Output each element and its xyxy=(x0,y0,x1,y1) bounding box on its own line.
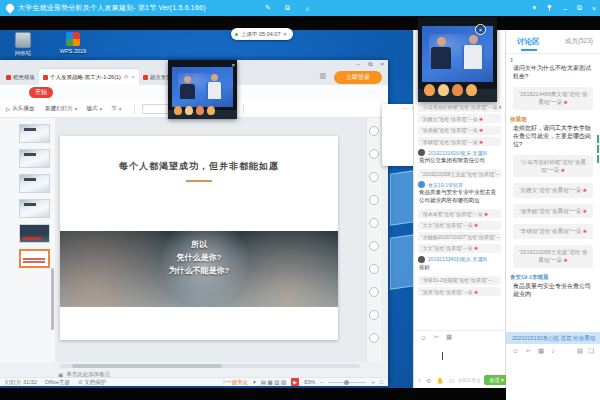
fullscreen-icon[interactable]: □ xyxy=(380,379,383,385)
side-tool-icon[interactable] xyxy=(369,126,379,136)
side-tool-icon[interactable] xyxy=(369,310,379,320)
side-tool-icon[interactable] xyxy=(369,218,379,228)
send-button[interactable]: 发送▾ xyxy=(484,375,508,385)
side-tool-icon[interactable] xyxy=(369,333,379,343)
chat-message[interactable]: 徐晨琨 老师您好，请问工大学长学姐在贵公司就业，主要是哪些岗位? 老师您好，请问… xyxy=(506,113,600,152)
apps-grid-icon[interactable]: ▥ xyxy=(319,72,326,80)
pin-icon[interactable] xyxy=(546,4,553,12)
chat-message[interactable]: “刘雅文”送给“徐晨琨”一朵 “刘雅文”送给“徐晨琨”一朵 ❀ xyxy=(414,112,505,124)
chat-message[interactable]: “2018214459樊文瑞”送给“徐晨琨”一朵 “2018214459樊文瑞”… xyxy=(506,84,600,113)
zoom-slider-handle[interactable] xyxy=(344,380,349,385)
chat-message[interactable]: “考研31-2张晓晓”送给“徐晨琨”一… “考研31-2张晓晓”送给“徐晨琨”一… xyxy=(414,273,505,285)
video-overlay-center[interactable]: × xyxy=(168,60,237,119)
image-icon[interactable]: ▦ xyxy=(538,347,544,355)
audio-icon[interactable]: ♪ xyxy=(418,377,421,384)
slide-thumbnail[interactable] xyxy=(19,249,50,268)
toolbar-button[interactable]: ▷ 从头播放 xyxy=(6,105,36,112)
current-slide[interactable]: 每个人都渴望成功，但并非都能如愿 所以 凭什么是你? 为什么不能是你? xyxy=(60,136,338,340)
login-button[interactable]: 立即登录 xyxy=(334,71,382,84)
chat-message[interactable]: 食安19-1李晴晨 食品质量与安全专业毕业想去贵公司就业内容有哪些岗位 食品质量… xyxy=(414,178,505,206)
side-tool-icon[interactable] xyxy=(369,172,379,182)
emoji-icon[interactable]: ☺ xyxy=(512,347,519,354)
thumbnail-scrollbar[interactable] xyxy=(51,268,54,330)
close-button[interactable]: × xyxy=(592,5,596,12)
chat-message[interactable]: 1 请问去年为什么不给大家面试机会? 请问去年为什么不给大家面试机会? xyxy=(506,54,600,84)
tab-document-active[interactable]: 个人发展战略-黑工大-1-26(1) ⟳ × xyxy=(39,69,139,85)
desktop-icon-recycle-bin[interactable]: 回收站 xyxy=(8,32,38,57)
chat-input[interactable] xyxy=(414,342,505,372)
chat-message[interactable]: “李硕琨”送给“徐晨琨”一朵 “李硕琨”送给“徐晨琨”一朵 ❀ xyxy=(506,221,600,242)
scissors-icon[interactable]: ✂ xyxy=(434,333,439,341)
slide-thumbnail[interactable] xyxy=(19,199,50,218)
beautify-button[interactable]: ⚡一键美化 xyxy=(222,379,248,386)
chat-message[interactable]: “小马哥你好帅呢”送给“徐晨琨”一朵 “小马哥你好帅呢”送给“徐晨琨”一朵 ❀ xyxy=(506,152,600,181)
chat-message[interactable]: “刘雅文”送给“徐晨琨”一朵 “刘雅文”送给“徐晨琨”一朵 ❀ xyxy=(506,180,600,201)
video-overlay-right[interactable]: × xyxy=(418,17,497,102)
side-tool-icon[interactable] xyxy=(369,241,379,251)
slide-thumbnail[interactable] xyxy=(19,224,50,243)
chat-message[interactable]: “文文”送给“徐晨琨”一朵 “文文”送给“徐晨琨”一朵 ❀ xyxy=(414,241,505,253)
side-tool-icon[interactable] xyxy=(369,195,379,205)
chat-message[interactable]: “张美丽”送给“徐晨琨”一朵 “张美丽”送给“徐晨琨”一朵 ❀ xyxy=(414,123,505,135)
scissors-icon[interactable]: ✂ xyxy=(526,347,531,355)
side-tool-icon[interactable] xyxy=(369,149,379,159)
settings-icon[interactable]: ⚙ xyxy=(426,377,431,384)
close-icon[interactable]: × xyxy=(475,24,486,35)
refresh-icon[interactable]: ⟳ xyxy=(124,74,129,80)
image-icon[interactable]: ▦ xyxy=(446,333,452,341)
close-tab-icon[interactable]: × xyxy=(132,74,135,80)
scrollbar-markers[interactable] xyxy=(597,135,599,163)
highlighted-message[interactable]: 2020215132童心悦 送花 给徐晨琨 xyxy=(506,332,600,344)
scrollbar-handle[interactable] xyxy=(72,364,222,368)
close-button[interactable]: × xyxy=(380,61,384,68)
toolbar-button[interactable]: 新建幻灯片 ▾ xyxy=(43,105,77,112)
close-icon[interactable]: × xyxy=(231,62,235,68)
emoji-icon[interactable]: ☺ xyxy=(420,334,427,341)
minimize-button[interactable]: – xyxy=(403,105,406,111)
hand-icon[interactable]: ✋ xyxy=(436,377,444,384)
restore-button[interactable]: ⧉ xyxy=(368,61,372,68)
zoom-in-button[interactable]: + xyxy=(371,379,374,385)
lamp-icon[interactable]: ☼ xyxy=(304,5,310,12)
side-tool-icon[interactable] xyxy=(369,287,379,297)
slideshow-play-button[interactable]: ▶ xyxy=(291,378,299,386)
edit-icon[interactable]: ✎ xyxy=(265,4,271,12)
side-tool-icon[interactable] xyxy=(369,264,379,274)
chat-message[interactable]: “文文”送给“徐晨琨”一朵 “文文”送给“徐晨琨”一朵 ❀ xyxy=(414,218,505,230)
slide-thumbnail[interactable] xyxy=(19,149,50,168)
more-icon[interactable]: ⊡ xyxy=(449,377,454,384)
panel-icon[interactable]: ▤ xyxy=(577,347,583,355)
chat-message[interactable]: 2019213142叩晓东·直属班 贵州公交集团有限责任公司 贵州公交集团有限责… xyxy=(414,146,505,167)
minimize-button[interactable]: – xyxy=(357,61,360,68)
tab-docer[interactable]: 稻壳模板 xyxy=(2,69,39,85)
zoom-slider[interactable] xyxy=(328,382,366,383)
chat-message[interactable]: 食安19-1李晴晨 食品质量与安全专业在贵公司就业内 食品质量与安全专业在贵公司… xyxy=(506,271,600,302)
chat-input[interactable] xyxy=(506,357,600,400)
chat-message[interactable]: “温晨”送给“徐晨琨”一朵 “温晨”送给“徐晨琨”一朵 ❀ xyxy=(414,285,505,297)
chat-message[interactable]: “很木本有”送给“徐晨琨”一朵 “很木本有”送给“徐晨琨”一朵 ❀ xyxy=(414,207,505,219)
dropdown-icon[interactable]: ▾ xyxy=(532,4,536,12)
minimize-button[interactable]: – xyxy=(563,5,567,12)
toolbar-button[interactable]: 版式 ▾ xyxy=(85,105,103,112)
chat-message[interactable]: “李硕琨”送给“徐晨琨”一朵 “李硕琨”送给“徐晨琨”一朵 ❀ xyxy=(414,135,505,147)
chat-message[interactable]: “2019210058王克蓝”送给“徐晨琨”一朵 “2019210058王克蓝”… xyxy=(506,242,600,271)
slide-thumbnail[interactable] xyxy=(19,174,50,193)
slide-thumbnail[interactable] xyxy=(19,124,50,143)
menu-home-pill[interactable]: 开始 xyxy=(29,87,53,98)
horizontal-scrollbar[interactable] xyxy=(60,364,360,368)
view-mode-icons[interactable]: ▤ ▦ ▥ ▧ xyxy=(261,379,286,385)
comment-icon[interactable]: ❏ xyxy=(588,347,594,355)
chat-message[interactable]: “2019210058王克蓝”送给“徐晨琨”一… “2019210058王克蓝”… xyxy=(414,167,505,179)
restore-button[interactable]: ⧉ xyxy=(577,4,582,12)
zoom-out-button[interactable]: − xyxy=(320,379,323,385)
tab-members[interactable]: 成员(523) xyxy=(565,37,593,46)
chat-message[interactable]: 2019213340刘晓水·直属班 你好 你好 xyxy=(414,253,505,274)
tab-discussion[interactable]: 讨论区 xyxy=(517,37,540,47)
audio-icon[interactable]: ♪ xyxy=(551,347,554,354)
toolbar-button[interactable]: 节 ▾ xyxy=(109,105,121,112)
chat-message[interactable]: “张美丽”送给“徐晨琨”一朵 “张美丽”送给“徐晨琨”一朵 ❀ xyxy=(506,201,600,222)
class-status-pill[interactable]: 上课中 05:04:07 ▾ xyxy=(231,28,293,40)
desktop-icon-wps[interactable]: WPS 2019 xyxy=(58,32,88,54)
chat-message[interactable]: “金丽丽2018719307”送给“徐晨琨”一… “金丽丽2018719307”… xyxy=(414,230,505,242)
board-icon[interactable]: ⧉ xyxy=(285,4,290,12)
